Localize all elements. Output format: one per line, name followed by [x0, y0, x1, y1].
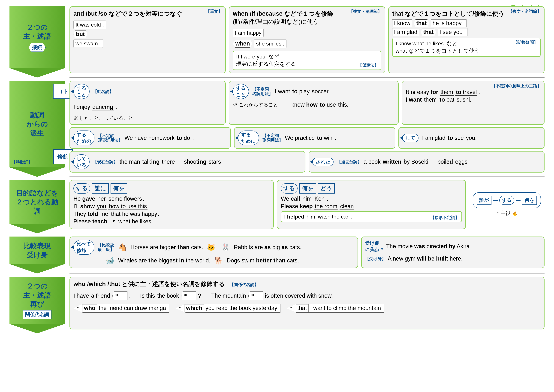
- panel-comparison: 比べて 修飾 【比較級 最上級】 🐴 Horses are bigger tha…: [69, 237, 358, 268]
- example-part: he is happy .: [431, 20, 466, 27]
- label-passive: 受け側 に焦点＊: [365, 240, 384, 253]
- example: I am happy: [233, 28, 263, 37]
- panel-inf-subject: 【不定詞の意味上の主語】 It is easy for them to trav…: [402, 81, 545, 125]
- example: Whales are the biggest in the world.: [118, 257, 210, 264]
- example: It is easy for them to travel .: [406, 89, 540, 95]
- example-part: I see you .: [438, 28, 467, 36]
- slot-dou: どう: [318, 183, 335, 194]
- tag-inf-subject: 【不定詞の意味上の主語】: [492, 83, 541, 89]
- tag-passive: 【受け身】: [365, 256, 386, 261]
- relative-who: ＊ who the friend can draw manga: [73, 304, 169, 313]
- slot-dareni: 誰に: [92, 183, 109, 194]
- slot-suru: する: [281, 183, 298, 194]
- schema-subject: 誰が: [477, 196, 492, 205]
- bubble-compare: 比べて 修飾: [73, 240, 94, 255]
- horse-icon: 🐴: [118, 243, 127, 251]
- diamond-tag-connect: 接続: [28, 43, 46, 52]
- panel-title: and /but /so などで２つを対等につなぐ: [73, 10, 222, 18]
- row-two-objects: 目的語などを ２つとれる動詞 する 誰に 何を He gave her some…: [9, 180, 545, 233]
- conj-when: when: [233, 40, 252, 48]
- example: boiled eggs: [437, 159, 467, 165]
- example: Dogs swim better than cats.: [227, 257, 299, 264]
- example: We have homework to do .: [125, 135, 194, 141]
- example: the man talking there: [119, 159, 175, 165]
- section-title-4: 比較表現 受け身: [23, 241, 51, 259]
- example: Please teach us what he likes.: [73, 218, 270, 225]
- section-label-1: ２つの 主・述語 接続: [9, 6, 65, 77]
- section-label-3: 目的語などを ２つとれる動詞: [9, 180, 65, 233]
- panel-inf-adv: する ために 【不定詞 副詞用法】 We practice to win .: [234, 127, 395, 149]
- example: He gave her some flowers.: [73, 196, 270, 202]
- section-label-2: コト 動詞 からの 派生 修飾 【準動詞】: [9, 81, 65, 177]
- example: I am glad to see you.: [422, 135, 477, 141]
- tag-bare-inf: 【原形不定詞】: [430, 215, 459, 220]
- example: The movie was directed by Akira.: [386, 243, 471, 250]
- tag-inf-adj: 【不定詞 形容詞用法】: [98, 133, 123, 142]
- example: Please keep the room clean .: [281, 203, 462, 210]
- example: A new gym will be built here.: [388, 255, 463, 262]
- slot-naniwo: 何を: [111, 183, 127, 194]
- section-label-5: ２つの 主・述語 再び 関係代名詞: [9, 277, 65, 333]
- example: They told me that he was happy.: [73, 211, 270, 217]
- example: I enjoy dancing .: [73, 104, 117, 110]
- example-part: I know: [392, 20, 412, 27]
- bubble-shiteiru: して いる: [73, 154, 90, 169]
- section-title-3: 目的語などを ２つとれる動詞: [13, 188, 62, 216]
- relative-which: ＊ which you read the book yesterday: [175, 304, 280, 313]
- dog-icon: 🐕: [214, 256, 223, 265]
- panel-past-participle: された 【過去分詞】 a book written by Soseki boil…: [309, 151, 545, 173]
- panel-svoc: する 何を どう We call him Ken . Please keep t…: [277, 180, 466, 229]
- bubble-tameni: する ために: [238, 131, 259, 145]
- tag-relative: 【関係代名詞】: [230, 282, 258, 287]
- note: ※ したこと、していること: [73, 115, 133, 121]
- rabbit-icon: 🐰: [221, 243, 230, 251]
- bubble-surukoto: する こと: [73, 84, 90, 99]
- panel-noun-clause: that などで１つをコトとして/修飾に使う 【複文・名詞節】 I know t…: [388, 6, 545, 73]
- example: I want them to eat sushi.: [406, 96, 540, 103]
- slot-suru: する: [73, 183, 90, 194]
- panel-infinitive-noun: する こと 【不定詞 名詞用法】 I want to play soccer. …: [229, 81, 399, 125]
- example: shooting stars: [183, 159, 221, 165]
- panel-svoo: する 誰に 何を He gave her some flowers. I'll …: [69, 180, 274, 229]
- schema-note: ＊主役 ☝: [495, 210, 518, 217]
- example: Rabbits are as big as cats.: [234, 244, 301, 251]
- whale-icon: 🐋: [106, 256, 114, 265]
- panel-relative: who /which /that と供に主・述語を使い名詞を修飾する 【関係代名…: [69, 277, 545, 329]
- bubble-surukoto2: する こと: [233, 84, 249, 99]
- panel-compound: and /but /so などで２つを対等につなぐ 【重文】 It was co…: [69, 6, 226, 73]
- conj-that: that: [414, 19, 429, 27]
- example: Is this the book ＊ ?: [140, 291, 201, 300]
- conj-that: that: [421, 28, 436, 36]
- rect-tag-relative: 関係代名詞: [23, 310, 51, 319]
- tag-inf-adv: 【不定詞 副詞用法】: [263, 133, 283, 142]
- example: I know how to use this.: [288, 101, 348, 108]
- subpanel-indirect-q: I know what he likes. など what などで１つをコトとし…: [392, 38, 540, 57]
- tag-compare: 【比較級 最上級】: [98, 243, 114, 252]
- schema-object: 何を: [522, 196, 537, 205]
- schema-verb: する: [499, 196, 514, 205]
- note: ※ これからすること: [233, 102, 278, 108]
- example: I'll show you how to use this.: [73, 203, 270, 210]
- panel-gerund: する こと 【動名詞】 I enjoy dancing . ※ したこと、してい…: [69, 81, 226, 125]
- example: I want to play soccer.: [275, 88, 330, 95]
- section-title-1: ２つの 主・述語: [23, 23, 51, 41]
- panel-inf-adj: する ための 【不定詞 形容詞用法】 We have homework to d…: [69, 127, 231, 149]
- section-title-2: 動詞 からの 派生: [27, 111, 48, 138]
- tag-inf-noun: 【不定詞 名詞用法】: [252, 87, 273, 96]
- panel-passive: 受け側 に焦点＊ The movie was directed by Akira…: [361, 237, 545, 268]
- example: she smiles .: [254, 40, 286, 48]
- panel-present-participle: して いる 【現在分詞】 the man talking there shoot…: [69, 151, 305, 173]
- cat-icon: 🐱: [207, 243, 215, 251]
- bubble-sareta: された: [312, 158, 333, 166]
- bubble-shite: して: [402, 134, 418, 142]
- subpanel-subjunctive: If I were you, など 現実に反する仮定をする 【仮定法】: [233, 51, 381, 70]
- row-conjunctions: ２つの 主・述語 接続 and /but /so などで２つを対等につなぐ 【重…: [9, 6, 545, 77]
- example: The mountain ＊ is often covered with sno…: [210, 291, 333, 300]
- schema-diagram: 誰が— する— 何を ＊主役 ☝: [469, 180, 545, 229]
- slot-naniwo: 何を: [299, 183, 316, 194]
- example: Horses are bigger than cats.: [131, 244, 203, 251]
- row-verbals: コト 動詞 からの 派生 修飾 【準動詞】 する こと 【動名詞】 I enjo…: [9, 81, 545, 177]
- panel-adverb-clause: when /if /because などで１つを修飾 (時/条件/理由の説明など…: [229, 6, 385, 73]
- row-compare-passive: 比較表現 受け身 比べて 修飾 【比較級 最上級】 🐴 Horses are b…: [9, 237, 545, 273]
- tag-adverb: 【複文・副詞節】: [349, 9, 382, 14]
